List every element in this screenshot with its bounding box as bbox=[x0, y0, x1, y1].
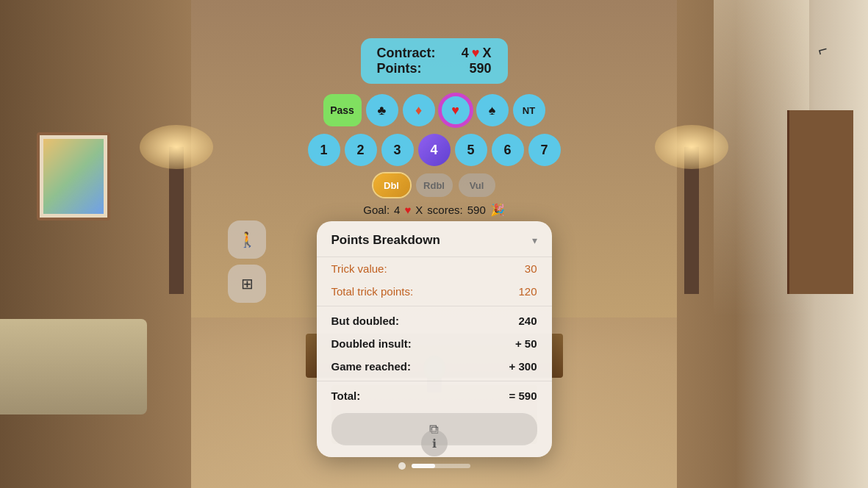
total-row: Total: = 590 bbox=[317, 384, 552, 407]
breakdown-header: Points Breakdown ▾ bbox=[317, 221, 552, 257]
but-doubled-value: 240 bbox=[518, 315, 537, 327]
doubled-insult-label: Doubled insult: bbox=[331, 337, 412, 350]
bid-number-2[interactable]: 2 bbox=[345, 134, 377, 166]
divider-2 bbox=[317, 381, 552, 381]
contract-row: Contract: 4 ♥ X bbox=[377, 46, 492, 61]
points-row: Points: 590 bbox=[377, 61, 492, 76]
bid-pass-button[interactable]: Pass bbox=[323, 94, 362, 126]
bid-number-3[interactable]: 3 bbox=[381, 134, 414, 166]
contract-suit-icon: ♥ bbox=[472, 46, 480, 61]
bid-number-7[interactable]: 7 bbox=[528, 134, 561, 166]
progress-track bbox=[398, 462, 470, 470]
goal-suffix: scores: bbox=[427, 204, 462, 216]
contract-label: Contract: bbox=[377, 46, 436, 61]
info-button[interactable]: ℹ bbox=[421, 430, 448, 456]
dbl-button[interactable]: Dbl bbox=[373, 173, 410, 197]
divider-1 bbox=[317, 306, 552, 306]
bid-heart-button[interactable]: ♥ bbox=[440, 94, 472, 126]
contract-number: 4 bbox=[462, 46, 469, 61]
bottom-bar: ℹ bbox=[398, 430, 470, 470]
total-trick-points-row: Total trick points: 120 bbox=[317, 280, 552, 303]
bid-number-1[interactable]: 1 bbox=[308, 134, 340, 166]
points-label: Points: bbox=[377, 61, 422, 76]
doubled-insult-row: Doubled insult: + 50 bbox=[317, 332, 552, 355]
progress-dot bbox=[398, 462, 406, 470]
but-doubled-label: But doubled: bbox=[331, 315, 399, 327]
contract-value: 4 ♥ X bbox=[462, 46, 492, 61]
confetti-icon: 🎉 bbox=[490, 203, 505, 217]
goal-row: Goal: 4 ♥ X scores: 590 🎉 bbox=[363, 203, 505, 217]
but-doubled-row: But doubled: 240 bbox=[317, 309, 552, 332]
bid-number-selector: 1 2 3 4 5 6 7 bbox=[308, 134, 561, 166]
bid-number-6[interactable]: 6 bbox=[492, 134, 524, 166]
goal-suit-icon: ♥ bbox=[404, 204, 411, 216]
breakdown-card: Points Breakdown ▾ Trick value: 30 Total… bbox=[317, 221, 552, 457]
progress-bar-fill bbox=[412, 464, 435, 468]
rdbl-button[interactable]: Rdbl bbox=[416, 173, 453, 197]
bid-number-4[interactable]: 4 bbox=[418, 134, 451, 166]
ui-container: Contract: 4 ♥ X Points: 590 Pass ♣ ♦ ♥ ♠… bbox=[0, 0, 868, 488]
total-value: = 590 bbox=[509, 390, 537, 402]
game-reached-label: Game reached: bbox=[331, 360, 411, 373]
bid-nt-button[interactable]: NT bbox=[513, 94, 545, 126]
trick-value-label: Trick value: bbox=[331, 262, 387, 275]
goal-multiplier: X bbox=[415, 204, 423, 216]
points-value: 590 bbox=[469, 61, 491, 76]
chevron-down-icon[interactable]: ▾ bbox=[532, 234, 537, 246]
bid-diamond-button[interactable]: ♦ bbox=[403, 94, 435, 126]
vul-button[interactable]: Vul bbox=[459, 173, 495, 197]
goal-score: 590 bbox=[467, 204, 486, 216]
breakdown-title: Points Breakdown bbox=[331, 233, 440, 248]
bid-spade-button[interactable]: ♠ bbox=[476, 94, 509, 126]
total-label: Total: bbox=[331, 390, 361, 402]
progress-bar bbox=[412, 464, 470, 468]
goal-prefix: Goal: bbox=[363, 204, 390, 216]
total-trick-points-label: Total trick points: bbox=[331, 285, 414, 298]
goal-number: 4 bbox=[394, 204, 400, 216]
trick-value-value: 30 bbox=[525, 262, 537, 275]
game-reached-row: Game reached: + 300 bbox=[317, 355, 552, 378]
modifier-row: Dbl Rdbl Vul bbox=[373, 173, 495, 197]
contract-double: X bbox=[482, 46, 491, 61]
bid-number-5[interactable]: 5 bbox=[455, 134, 487, 166]
trick-value-row: Trick value: 30 bbox=[317, 257, 552, 280]
bid-suit-selector: Pass ♣ ♦ ♥ ♠ NT bbox=[323, 94, 545, 126]
game-reached-value: + 300 bbox=[509, 360, 537, 373]
total-trick-points-value: 120 bbox=[518, 285, 537, 298]
doubled-insult-value: + 50 bbox=[515, 337, 537, 350]
bid-club-button[interactable]: ♣ bbox=[366, 94, 398, 126]
contract-panel: Contract: 4 ♥ X Points: 590 bbox=[361, 38, 508, 84]
